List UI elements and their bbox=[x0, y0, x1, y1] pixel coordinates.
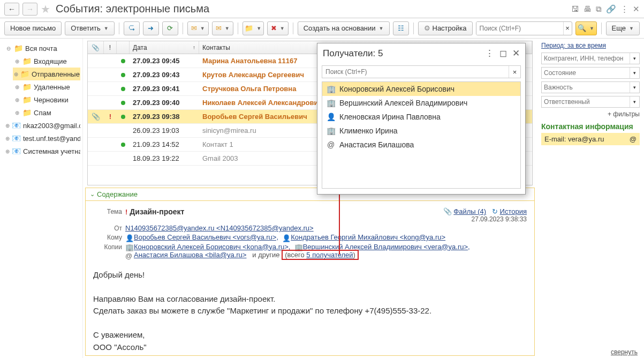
popup-list-item[interactable]: 👤Кленовская Ирина Павловна bbox=[322, 110, 520, 124]
org-icon: 🏢 bbox=[327, 85, 335, 93]
mail-timestamp: 27.09.2023 9:38:33 bbox=[443, 215, 527, 223]
create-based-button[interactable]: Создать на основании▼ bbox=[298, 21, 390, 35]
favorite-star-icon[interactable]: ★ bbox=[41, 3, 50, 16]
tree-spam[interactable]: ⊕📁Спам bbox=[13, 106, 80, 119]
to-link[interactable]: Воробьев Сергей Васильевич <vors@ya.ru>, bbox=[134, 233, 278, 241]
row-importance-icon: ! bbox=[104, 113, 117, 121]
refresh-icon-button[interactable]: ⟳ bbox=[162, 21, 178, 35]
from-link[interactable]: N140935672385@yandex.ru <N140935672385@y… bbox=[125, 224, 314, 232]
popup-title: Получатели: 5 bbox=[323, 48, 383, 59]
col-attachment-icon[interactable]: 📎 bbox=[88, 41, 104, 54]
org-icon: 🏢 bbox=[125, 243, 133, 251]
popup-item-text: Коноровский Алексей Борисович bbox=[339, 85, 454, 93]
from-label: От bbox=[93, 224, 122, 232]
popup-list-item[interactable]: 🏢Вершинский Алексей Владимирович bbox=[322, 96, 520, 110]
row-status bbox=[117, 99, 130, 107]
at-icon: @ bbox=[125, 252, 133, 259]
row-date: 27.09.23 09:40 bbox=[130, 99, 199, 107]
popup-search[interactable]: × bbox=[322, 65, 521, 78]
tree-sent[interactable]: ⊕📁Отправленные bbox=[13, 68, 80, 80]
period-link[interactable]: Период: за все время bbox=[541, 42, 640, 49]
save-icon[interactable]: 🖫 bbox=[571, 4, 579, 13]
nav-forward-button[interactable]: → bbox=[22, 3, 37, 16]
popup-maximize-icon[interactable]: ◻ bbox=[499, 48, 507, 59]
right-panel: Период: за все время ▾ ▾ ▾ ▾ + фильтры К… bbox=[537, 39, 644, 358]
filter-importance[interactable]: ▾ bbox=[541, 81, 640, 93]
print-icon[interactable]: 🖶 bbox=[584, 4, 592, 13]
history-link[interactable]: История bbox=[500, 207, 527, 215]
col-status[interactable] bbox=[117, 41, 130, 54]
tree-acc2[interactable]: ⊕📧test.unf.test@yandex.ru bbox=[4, 132, 80, 145]
collapse-link[interactable]: свернуть bbox=[611, 348, 638, 356]
popup-list-item[interactable]: 🏢Коноровский Алексей Борисович bbox=[322, 82, 520, 96]
cc-link[interactable]: Анастасия Билашова <bila@ya.ru> bbox=[134, 251, 246, 259]
folder-icon-button[interactable]: 📁▼ bbox=[243, 21, 264, 35]
delete-icon-button[interactable]: ✖▼ bbox=[267, 21, 289, 35]
settings-button[interactable]: ⚙ Настройка bbox=[418, 21, 473, 35]
toolbar-search-clear[interactable]: × bbox=[563, 22, 572, 35]
popup-close-icon[interactable]: ✕ bbox=[512, 48, 520, 59]
filter-counterparty[interactable]: ▾ bbox=[541, 53, 640, 64]
tree-all-mail[interactable]: ⊖📁Вся почта bbox=[4, 42, 80, 55]
at-icon: @ bbox=[327, 140, 335, 149]
tree-drafts[interactable]: ⊕📁Черновики bbox=[13, 93, 80, 106]
filter-responsible[interactable]: ▾ bbox=[541, 96, 640, 108]
recipients-count-link[interactable]: 5 получателей bbox=[306, 251, 353, 259]
new-mail-button[interactable]: Новое письмо bbox=[4, 21, 62, 35]
toolbar-search-input[interactable] bbox=[476, 22, 563, 35]
to-label: Кому bbox=[93, 233, 122, 241]
tree-acc1[interactable]: ⊕📧nkaz2003@gmail.com bbox=[4, 119, 80, 132]
cc-label: Копии bbox=[93, 243, 122, 251]
reply-all-icon-button[interactable]: ⮎ bbox=[124, 21, 140, 35]
popup-list-item[interactable]: 🏢Клименко Ирина bbox=[322, 124, 520, 138]
subject-label: Тема bbox=[93, 207, 122, 215]
row-date: 27.09.23 09:43 bbox=[130, 71, 199, 79]
mark-icon-button[interactable]: ✉▼ bbox=[212, 21, 233, 35]
close-icon[interactable]: ✕ bbox=[633, 4, 640, 14]
importance-flag-icon: ! bbox=[125, 208, 127, 216]
popup-search-clear[interactable]: × bbox=[509, 66, 520, 78]
row-status bbox=[117, 113, 130, 121]
col-date[interactable]: Дата↑ bbox=[130, 41, 199, 54]
external-icon[interactable]: ⧉ bbox=[596, 4, 602, 14]
col-importance-icon[interactable]: ! bbox=[104, 41, 117, 54]
popup-more-icon[interactable]: ⋮ bbox=[485, 48, 494, 59]
link-icon[interactable]: 🔗 bbox=[606, 4, 616, 14]
toolbar-search[interactable]: × bbox=[476, 21, 572, 35]
contact-info-row[interactable]: E-mail: vera@ya.ru @ bbox=[541, 133, 640, 145]
row-status bbox=[117, 140, 130, 148]
tree-deleted[interactable]: ⊕📁Удаленные bbox=[13, 80, 80, 93]
popup-item-text: Анастасия Билашова bbox=[339, 140, 414, 149]
reply-button[interactable]: Ответить▼ bbox=[65, 21, 115, 35]
attachment-icon: 📎 bbox=[443, 207, 452, 215]
row-date: 21.09.23 14:52 bbox=[130, 140, 199, 148]
popup-search-input[interactable] bbox=[322, 66, 509, 78]
popup-list-item[interactable]: @Анастасия Билашова bbox=[322, 138, 520, 152]
row-status bbox=[117, 71, 130, 79]
folder-tree: ⊖📁Вся почта ⊕📁Входящие ⊕📁Отправленные ⊕📁… bbox=[0, 39, 83, 358]
row-date: 27.09.23 09:45 bbox=[130, 57, 199, 65]
mail-body: Добрый день! Направляю Вам на согласован… bbox=[93, 269, 527, 354]
mail-subject: Дизайн-проект bbox=[130, 207, 184, 216]
filter-state[interactable]: ▾ bbox=[541, 67, 640, 79]
nav-back-button[interactable]: ← bbox=[4, 3, 19, 16]
row-date: 27.09.23 09:38 bbox=[130, 113, 199, 121]
files-link[interactable]: Файлы (4) bbox=[453, 207, 486, 215]
search-button[interactable]: 🔍▼ bbox=[575, 21, 597, 35]
more-icon[interactable]: ⋮ bbox=[620, 4, 628, 14]
structure-icon-button[interactable]: ☷ bbox=[393, 21, 409, 35]
tree-acc3[interactable]: ⊕📧Системная учетная запись bbox=[4, 145, 80, 158]
mail-view: Тема !Дизайн-проект 📎 Файлы (4) ↻ Истори… bbox=[85, 200, 535, 356]
forward-icon-button[interactable]: ➜ bbox=[143, 21, 159, 35]
cc-link[interactable]: Коноровский Алексей Борисович <kona@ya.r… bbox=[134, 243, 290, 251]
others-text: и другие (всего 5 получателей) bbox=[252, 250, 359, 260]
send-receive-icon-button[interactable]: ✉▼ bbox=[187, 21, 209, 35]
more-filters-link[interactable]: + фильтры bbox=[541, 110, 640, 118]
tree-inbox[interactable]: ⊕📁Входящие bbox=[13, 55, 80, 68]
row-date: 27.09.23 09:41 bbox=[130, 85, 199, 93]
more-button[interactable]: Еще▼ bbox=[606, 21, 640, 35]
row-status bbox=[117, 57, 130, 65]
at-icon: @ bbox=[630, 135, 637, 143]
person-icon: 👤 bbox=[327, 113, 335, 121]
to-link[interactable]: Кондратьев Георгий Михайлович <kong@ya.r… bbox=[291, 233, 445, 241]
